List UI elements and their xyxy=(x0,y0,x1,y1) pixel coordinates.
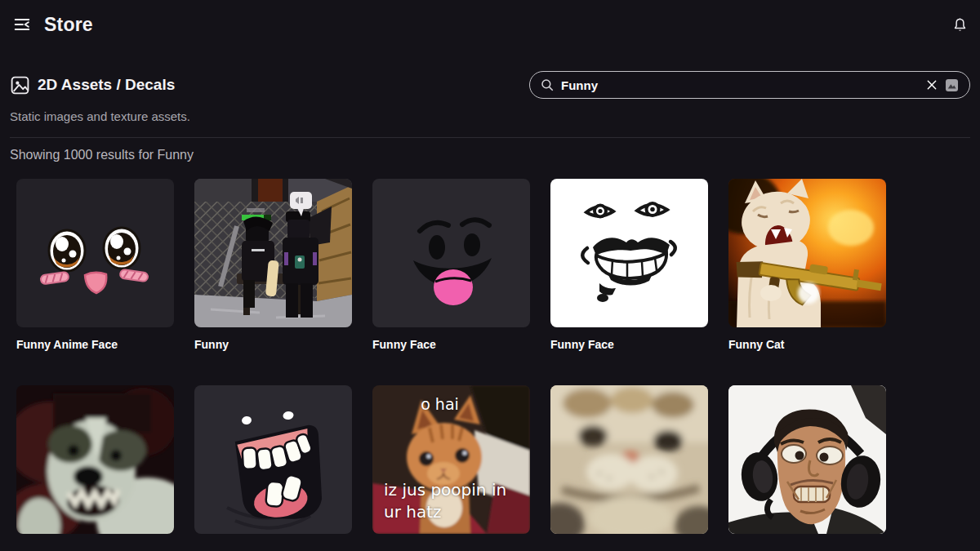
main-content: 2D Assets / Decals Static images and tex… xyxy=(0,71,980,534)
asset-card[interactable]: Funny Face xyxy=(550,179,708,351)
asset-card[interactable]: o hai iz jus poopin in ur hatz xyxy=(372,385,530,534)
asset-card[interactable]: Funny Anime Face xyxy=(16,179,174,351)
thumbnail-smiling-cat xyxy=(550,385,708,534)
search-bar[interactable] xyxy=(529,71,970,99)
asset-card[interactable] xyxy=(550,385,708,534)
results-count-text: Showing 1000 results for Funny xyxy=(10,148,970,162)
thumbnail-funny-cat-ak xyxy=(728,179,886,327)
meme-text-bottom: iz jus poopin in ur hatz xyxy=(384,479,524,522)
assets-grid: Funny Anime Face xyxy=(16,179,915,534)
search-input[interactable] xyxy=(561,78,922,92)
notifications-button[interactable] xyxy=(949,14,970,35)
close-icon xyxy=(925,78,938,91)
asset-card[interactable] xyxy=(16,385,174,534)
image-search-icon xyxy=(944,78,960,93)
bell-icon xyxy=(951,16,969,33)
asset-card[interactable]: Funny xyxy=(194,179,352,351)
page-title: Store xyxy=(44,14,93,36)
thumbnail-cartoon-mouth xyxy=(194,385,352,534)
thumbnail-funny-face-creepy-grin xyxy=(550,179,708,327)
thumbnail-funny-roblox-scene xyxy=(194,179,352,327)
asset-card[interactable]: Funny Cat xyxy=(728,179,886,351)
asset-card-label: Funny xyxy=(194,338,352,351)
asset-card[interactable] xyxy=(194,385,352,534)
sidebar-toggle-button[interactable] xyxy=(11,14,33,35)
asset-card[interactable] xyxy=(728,385,886,534)
category-subtitle: Static images and texture assets. xyxy=(10,109,970,123)
topbar: Store xyxy=(0,0,980,49)
collapse-menu-icon xyxy=(13,16,31,33)
asset-card-label: Funny Anime Face xyxy=(16,338,174,351)
asset-card-label: Funny Face xyxy=(550,338,708,351)
thumbnail-man-headphones xyxy=(728,385,886,534)
divider xyxy=(10,137,970,138)
asset-card-label: Funny Cat xyxy=(728,338,886,351)
thumbnail-funny-face-dark-smiley xyxy=(372,179,530,327)
image-search-button[interactable] xyxy=(942,75,961,95)
thumbnail-grinning-dog xyxy=(16,385,174,534)
thumbnail-funny-anime-face xyxy=(16,179,174,327)
decals-image-icon xyxy=(10,75,30,96)
asset-card[interactable]: Funny Face xyxy=(372,179,530,351)
clear-search-button[interactable] xyxy=(922,75,942,95)
meme-text-top: o hai xyxy=(372,395,507,413)
asset-card-label: Funny Face xyxy=(372,338,530,351)
search-icon xyxy=(540,78,555,92)
category-title: 2D Assets / Decals xyxy=(38,76,175,94)
